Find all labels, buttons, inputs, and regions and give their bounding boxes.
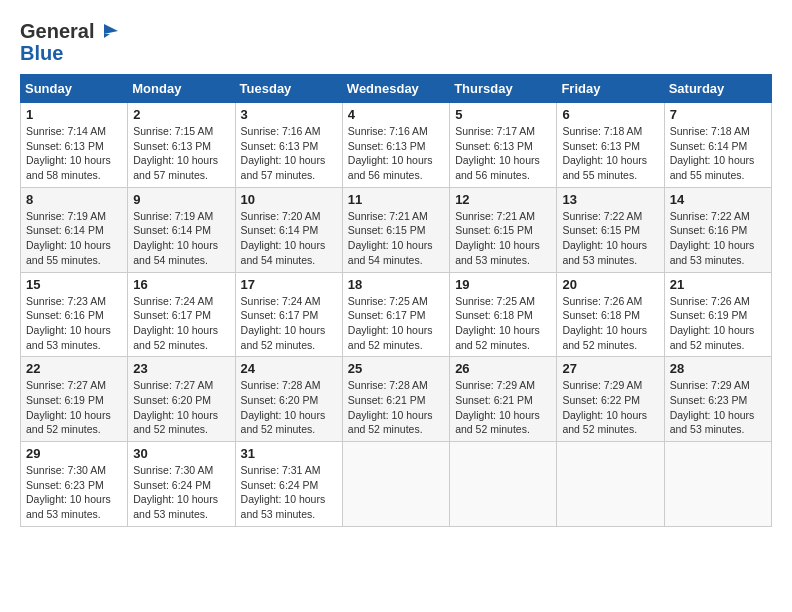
calendar-cell: 23Sunrise: 7:27 AMSunset: 6:20 PMDayligh… [128,357,235,442]
day-number: 5 [455,107,551,122]
calendar-cell: 9Sunrise: 7:19 AMSunset: 6:14 PMDaylight… [128,187,235,272]
calendar-cell: 8Sunrise: 7:19 AMSunset: 6:14 PMDaylight… [21,187,128,272]
cell-info: Sunrise: 7:30 AMSunset: 6:23 PMDaylight:… [26,464,111,520]
cell-info: Sunrise: 7:25 AMSunset: 6:18 PMDaylight:… [455,295,540,351]
day-number: 28 [670,361,766,376]
logo-bird-icon [96,20,118,42]
calendar-cell: 19Sunrise: 7:25 AMSunset: 6:18 PMDayligh… [450,272,557,357]
calendar-cell [450,442,557,527]
cell-info: Sunrise: 7:22 AMSunset: 6:15 PMDaylight:… [562,210,647,266]
calendar-cell: 24Sunrise: 7:28 AMSunset: 6:20 PMDayligh… [235,357,342,442]
cell-info: Sunrise: 7:16 AMSunset: 6:13 PMDaylight:… [348,125,433,181]
calendar-cell: 13Sunrise: 7:22 AMSunset: 6:15 PMDayligh… [557,187,664,272]
day-number: 14 [670,192,766,207]
day-number: 7 [670,107,766,122]
cell-info: Sunrise: 7:18 AMSunset: 6:14 PMDaylight:… [670,125,755,181]
calendar-cell: 11Sunrise: 7:21 AMSunset: 6:15 PMDayligh… [342,187,449,272]
calendar-cell: 31Sunrise: 7:31 AMSunset: 6:24 PMDayligh… [235,442,342,527]
calendar-cell: 16Sunrise: 7:24 AMSunset: 6:17 PMDayligh… [128,272,235,357]
day-number: 21 [670,277,766,292]
day-number: 19 [455,277,551,292]
calendar-cell: 15Sunrise: 7:23 AMSunset: 6:16 PMDayligh… [21,272,128,357]
cell-info: Sunrise: 7:24 AMSunset: 6:17 PMDaylight:… [133,295,218,351]
svg-marker-0 [104,24,118,34]
day-number: 1 [26,107,122,122]
cell-info: Sunrise: 7:28 AMSunset: 6:21 PMDaylight:… [348,379,433,435]
day-number: 31 [241,446,337,461]
calendar-cell: 18Sunrise: 7:25 AMSunset: 6:17 PMDayligh… [342,272,449,357]
cell-info: Sunrise: 7:20 AMSunset: 6:14 PMDaylight:… [241,210,326,266]
calendar-cell: 6Sunrise: 7:18 AMSunset: 6:13 PMDaylight… [557,103,664,188]
calendar-week-row: 22Sunrise: 7:27 AMSunset: 6:19 PMDayligh… [21,357,772,442]
calendar-cell: 27Sunrise: 7:29 AMSunset: 6:22 PMDayligh… [557,357,664,442]
day-number: 12 [455,192,551,207]
calendar-cell: 21Sunrise: 7:26 AMSunset: 6:19 PMDayligh… [664,272,771,357]
weekday-row: SundayMondayTuesdayWednesdayThursdayFrid… [21,75,772,103]
logo-general: General [20,20,94,42]
calendar-cell [664,442,771,527]
day-number: 15 [26,277,122,292]
cell-info: Sunrise: 7:23 AMSunset: 6:16 PMDaylight:… [26,295,111,351]
day-number: 13 [562,192,658,207]
calendar-header: SundayMondayTuesdayWednesdayThursdayFrid… [21,75,772,103]
logo-blue: Blue [20,42,118,64]
cell-info: Sunrise: 7:29 AMSunset: 6:23 PMDaylight:… [670,379,755,435]
day-number: 30 [133,446,229,461]
cell-info: Sunrise: 7:17 AMSunset: 6:13 PMDaylight:… [455,125,540,181]
calendar-cell: 10Sunrise: 7:20 AMSunset: 6:14 PMDayligh… [235,187,342,272]
calendar-cell [342,442,449,527]
calendar-cell: 28Sunrise: 7:29 AMSunset: 6:23 PMDayligh… [664,357,771,442]
cell-info: Sunrise: 7:25 AMSunset: 6:17 PMDaylight:… [348,295,433,351]
calendar-cell: 4Sunrise: 7:16 AMSunset: 6:13 PMDaylight… [342,103,449,188]
cell-info: Sunrise: 7:26 AMSunset: 6:19 PMDaylight:… [670,295,755,351]
calendar-cell: 29Sunrise: 7:30 AMSunset: 6:23 PMDayligh… [21,442,128,527]
day-number: 17 [241,277,337,292]
cell-info: Sunrise: 7:28 AMSunset: 6:20 PMDaylight:… [241,379,326,435]
day-number: 24 [241,361,337,376]
day-number: 25 [348,361,444,376]
cell-info: Sunrise: 7:29 AMSunset: 6:22 PMDaylight:… [562,379,647,435]
calendar-week-row: 8Sunrise: 7:19 AMSunset: 6:14 PMDaylight… [21,187,772,272]
cell-info: Sunrise: 7:19 AMSunset: 6:14 PMDaylight:… [133,210,218,266]
calendar-cell: 2Sunrise: 7:15 AMSunset: 6:13 PMDaylight… [128,103,235,188]
day-number: 11 [348,192,444,207]
cell-info: Sunrise: 7:14 AMSunset: 6:13 PMDaylight:… [26,125,111,181]
calendar-cell: 25Sunrise: 7:28 AMSunset: 6:21 PMDayligh… [342,357,449,442]
logo: General Blue [20,20,118,64]
calendar-body: 1Sunrise: 7:14 AMSunset: 6:13 PMDaylight… [21,103,772,527]
day-number: 4 [348,107,444,122]
cell-info: Sunrise: 7:22 AMSunset: 6:16 PMDaylight:… [670,210,755,266]
calendar-table: SundayMondayTuesdayWednesdayThursdayFrid… [20,74,772,527]
calendar-cell: 17Sunrise: 7:24 AMSunset: 6:17 PMDayligh… [235,272,342,357]
cell-info: Sunrise: 7:16 AMSunset: 6:13 PMDaylight:… [241,125,326,181]
cell-info: Sunrise: 7:15 AMSunset: 6:13 PMDaylight:… [133,125,218,181]
day-number: 27 [562,361,658,376]
day-number: 20 [562,277,658,292]
weekday-header: Sunday [21,75,128,103]
day-number: 18 [348,277,444,292]
cell-info: Sunrise: 7:26 AMSunset: 6:18 PMDaylight:… [562,295,647,351]
calendar-cell: 30Sunrise: 7:30 AMSunset: 6:24 PMDayligh… [128,442,235,527]
weekday-header: Thursday [450,75,557,103]
cell-info: Sunrise: 7:29 AMSunset: 6:21 PMDaylight:… [455,379,540,435]
cell-info: Sunrise: 7:24 AMSunset: 6:17 PMDaylight:… [241,295,326,351]
day-number: 8 [26,192,122,207]
svg-marker-1 [104,34,110,38]
day-number: 10 [241,192,337,207]
weekday-header: Saturday [664,75,771,103]
cell-info: Sunrise: 7:18 AMSunset: 6:13 PMDaylight:… [562,125,647,181]
calendar-cell [557,442,664,527]
day-number: 2 [133,107,229,122]
calendar-cell: 3Sunrise: 7:16 AMSunset: 6:13 PMDaylight… [235,103,342,188]
day-number: 16 [133,277,229,292]
calendar-week-row: 29Sunrise: 7:30 AMSunset: 6:23 PMDayligh… [21,442,772,527]
day-number: 22 [26,361,122,376]
cell-info: Sunrise: 7:27 AMSunset: 6:19 PMDaylight:… [26,379,111,435]
calendar-cell: 26Sunrise: 7:29 AMSunset: 6:21 PMDayligh… [450,357,557,442]
cell-info: Sunrise: 7:19 AMSunset: 6:14 PMDaylight:… [26,210,111,266]
cell-info: Sunrise: 7:21 AMSunset: 6:15 PMDaylight:… [348,210,433,266]
calendar-cell: 5Sunrise: 7:17 AMSunset: 6:13 PMDaylight… [450,103,557,188]
day-number: 9 [133,192,229,207]
cell-info: Sunrise: 7:27 AMSunset: 6:20 PMDaylight:… [133,379,218,435]
cell-info: Sunrise: 7:30 AMSunset: 6:24 PMDaylight:… [133,464,218,520]
